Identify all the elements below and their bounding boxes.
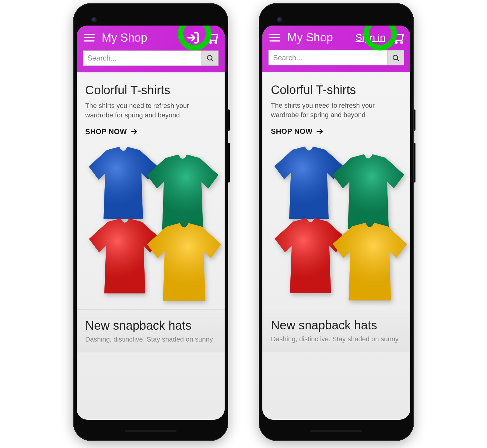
svg-point-13 (401, 42, 402, 43)
app-header: My Shop Sign in (262, 26, 410, 72)
shop-now-button[interactable]: SHOP NOW (85, 127, 138, 136)
secondary-subtitle: Dashing, distinctive. Stay shaded on sun… (271, 335, 402, 343)
hero-subtitle: The shirts you need to refresh your ward… (85, 101, 216, 120)
shop-now-label: SHOP NOW (85, 127, 127, 136)
search-input[interactable] (83, 50, 201, 66)
menu-icon[interactable] (268, 31, 281, 44)
main-content: Colorful T-shirts The shirts you need to… (77, 72, 225, 420)
svg-line-15 (397, 59, 399, 61)
secondary-title: New snapback hats (271, 318, 402, 332)
hero-subtitle: The shirts you need to refresh your ward… (271, 101, 402, 120)
shop-now-button[interactable]: SHOP NOW (271, 127, 324, 136)
hero-title: Colorful T-shirts (85, 83, 216, 97)
main-content: Colorful T-shirts The shirts you need to… (262, 72, 410, 420)
sign-in-link[interactable]: Sign in (356, 32, 385, 43)
phone-side-button (228, 109, 230, 131)
app-header: My Shop (77, 26, 225, 72)
search-button[interactable] (201, 50, 219, 66)
cart-icon[interactable] (206, 31, 219, 44)
hero-section: Colorful T-shirts The shirts you need to… (262, 72, 410, 309)
menu-icon[interactable] (83, 31, 96, 44)
app-title: My Shop (287, 31, 349, 44)
phone-camera (91, 17, 97, 23)
svg-point-12 (395, 42, 397, 43)
phone-side-button (228, 143, 230, 182)
product-image-tshirts (85, 139, 216, 303)
secondary-subtitle: Dashing, distinctive. Stay shaded on sun… (85, 335, 216, 343)
phone-side-button (414, 109, 415, 131)
hero-title: Colorful T-shirts (271, 83, 402, 97)
svg-line-7 (212, 60, 213, 61)
svg-point-4 (210, 42, 211, 43)
phone-side-button (414, 143, 415, 182)
phone-camera (277, 17, 282, 23)
app-title: My Shop (102, 31, 180, 44)
phone-screen-right: My Shop Sign in (262, 26, 410, 420)
secondary-section: New snapback hats Dashing, distinctive. … (77, 309, 225, 352)
secondary-title: New snapback hats (85, 319, 216, 332)
phone-screen-left: My Shop (77, 26, 225, 420)
arrow-right-icon (130, 128, 138, 136)
product-image-tshirts (271, 139, 402, 303)
hero-section: Colorful T-shirts The shirts you need to… (77, 72, 225, 309)
phone-speaker (310, 430, 362, 432)
arrow-right-icon (316, 127, 324, 135)
shop-now-label: SHOP NOW (271, 127, 313, 136)
login-icon[interactable] (186, 31, 200, 44)
cart-icon[interactable] (391, 31, 404, 44)
phone-frame-left: My Shop (73, 3, 228, 441)
secondary-section: New snapback hats Dashing, distinctive. … (262, 309, 410, 352)
phone-speaker (125, 430, 177, 432)
search-button[interactable] (387, 50, 404, 65)
phone-frame-right: My Shop Sign in (259, 3, 414, 441)
svg-point-5 (215, 42, 217, 43)
search-input[interactable] (268, 50, 387, 65)
